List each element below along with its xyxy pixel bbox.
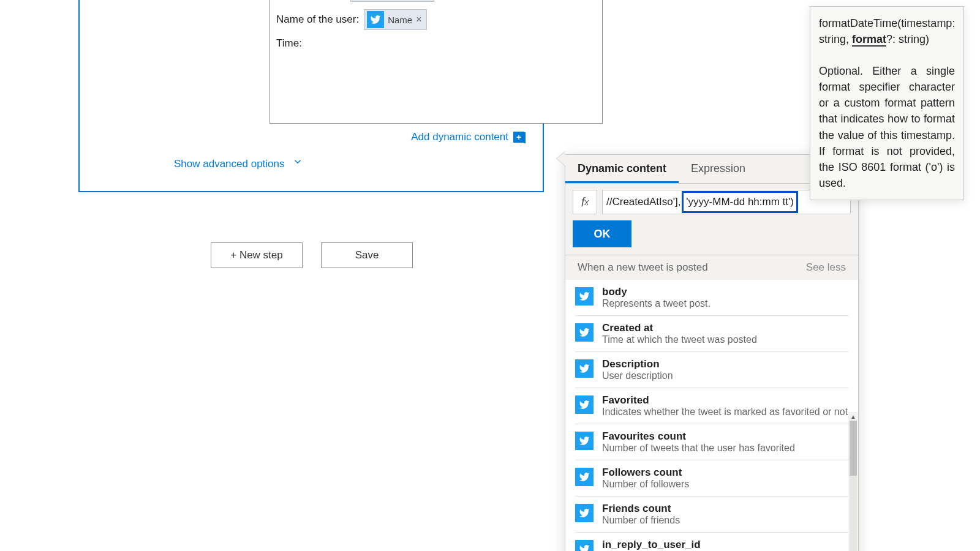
twitter-icon [575, 468, 594, 486]
tooltip-sig-post: ?: string) [886, 33, 929, 45]
dc-item-name: Favorited [602, 394, 848, 407]
tooltip-body: Optional. Either a single format specifi… [819, 63, 955, 191]
dc-item[interactable]: in_reply_to_user_idUser Id of the author… [575, 533, 848, 551]
field-label: Name of the user: [276, 13, 359, 26]
dc-item-desc: Number of tweets that the user has favor… [602, 443, 848, 454]
see-less-link[interactable]: See less [806, 261, 846, 274]
dc-item-name: body [602, 286, 848, 298]
dc-item[interactable]: FavoritedIndicates whether the tweet is … [575, 388, 848, 424]
add-dynamic-content-link[interactable]: Add dynamic content + [411, 131, 524, 143]
dc-item-meta: bodyRepresents a tweet post. [602, 286, 848, 309]
field-row: Time: [276, 37, 596, 50]
expression-text-left: //CreatedAtIso'], [606, 196, 680, 208]
dc-item-name: Favourites count [602, 430, 848, 443]
tab-dynamic-content[interactable]: Dynamic content [565, 155, 679, 183]
dc-item-name: Friends count [602, 503, 848, 515]
dc-item-desc: Number of followers [602, 479, 848, 490]
dc-section-header: When a new tweet is posted See less [565, 255, 858, 280]
dc-item-meta: DescriptionUser description [602, 358, 848, 381]
dc-item-desc: Time at which the tweet was posted [602, 334, 848, 345]
expression-highlight: 'yyyy-MM-dd hh:mm tt') [682, 191, 798, 213]
dc-item-name: in_reply_to_user_id [602, 539, 848, 551]
save-button[interactable]: Save [321, 242, 413, 268]
twitter-icon [367, 11, 384, 28]
dc-section-title: When a new tweet is posted [578, 261, 708, 274]
field-label: Time: [276, 37, 302, 50]
field-row: Name of the user: Name × [276, 9, 596, 30]
twitter-icon [575, 504, 594, 522]
token-user-name[interactable]: User name × [350, 0, 434, 2]
callout-arrow-icon [557, 151, 565, 166]
chevron-down-icon [292, 156, 303, 170]
plus-icon: + [513, 132, 524, 143]
tooltip-signature: formatDateTime(timestamp: string, format… [819, 15, 955, 47]
fx-icon: fx [573, 190, 597, 214]
token-remove-icon[interactable]: × [416, 14, 421, 25]
field-row: Twitter Handle: User name × [276, 0, 596, 2]
show-advanced-options-link[interactable]: Show advanced options [174, 157, 303, 171]
parameter-tooltip: formatDateTime(timestamp: string, format… [810, 6, 964, 200]
token-name[interactable]: Name × [364, 9, 427, 30]
token-label: Name [388, 15, 412, 25]
dc-item-desc: Represents a tweet post. [602, 298, 848, 309]
dc-item-meta: FavoritedIndicates whether the tweet is … [602, 394, 848, 418]
expression-text-highlighted: 'yyyy-MM-dd hh:mm tt') [686, 196, 794, 208]
scrollbar[interactable]: ▲ ▼ [848, 412, 858, 551]
dc-item-desc: Number of friends [602, 515, 848, 526]
twitter-icon [575, 395, 594, 414]
advanced-options-label: Show advanced options [174, 158, 285, 170]
add-dynamic-content-label: Add dynamic content [411, 131, 508, 143]
dc-item-desc: Indicates whether the tweet is marked as… [602, 407, 848, 418]
dc-item-meta: in_reply_to_user_idUser Id of the author… [602, 539, 848, 551]
twitter-icon [575, 323, 594, 342]
dc-item-meta: Friends countNumber of friends [602, 503, 848, 526]
message-textarea[interactable]: Twitter Handle: User name × Name of the … [270, 0, 603, 124]
twitter-icon [575, 540, 594, 551]
scroll-up-icon[interactable]: ▲ [848, 412, 858, 421]
dc-item[interactable]: bodyRepresents a tweet post. [575, 280, 848, 316]
new-step-button[interactable]: + New step [211, 242, 303, 268]
dc-item-list: bodyRepresents a tweet post.Created atTi… [565, 280, 858, 551]
dc-item-name: Followers count [602, 467, 848, 479]
dc-item-meta: Followers countNumber of followers [602, 467, 848, 490]
dc-item[interactable]: Created atTime at which the tweet was po… [575, 316, 848, 352]
footer-buttons: + New step Save [211, 242, 413, 268]
dc-item[interactable]: DescriptionUser description [575, 352, 848, 388]
dc-item[interactable]: Friends countNumber of friends [575, 497, 848, 533]
tooltip-sig-underlined: format [852, 33, 886, 47]
dc-item-meta: Favourites countNumber of tweets that th… [602, 430, 848, 454]
scroll-thumb[interactable] [850, 421, 857, 476]
dc-item-desc: User description [602, 370, 848, 381]
dc-item[interactable]: Favourites countNumber of tweets that th… [575, 424, 848, 460]
dc-item-name: Created at [602, 322, 848, 334]
twitter-icon [575, 287, 594, 305]
dc-item[interactable]: Followers countNumber of followers [575, 460, 848, 497]
tab-expression[interactable]: Expression [679, 155, 758, 183]
dc-item-meta: Created atTime at which the tweet was po… [602, 322, 848, 345]
twitter-icon [575, 432, 594, 450]
dynamic-content-panel: Dynamic content Expression fx //CreatedA… [565, 154, 859, 551]
dc-item-name: Description [602, 358, 848, 370]
twitter-icon [575, 359, 594, 378]
ok-button[interactable]: OK [573, 220, 631, 247]
action-card: Twitter Handle: User name × Name of the … [78, 0, 544, 192]
